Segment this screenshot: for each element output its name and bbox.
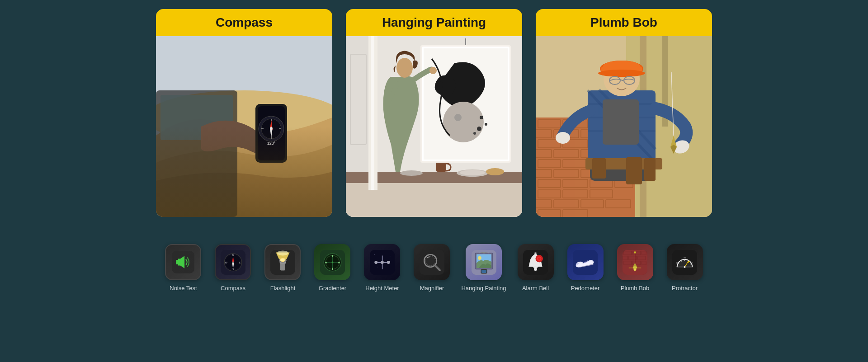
svg-point-98 (556, 132, 570, 144)
svg-rect-192 (634, 251, 636, 253)
svg-text:0: 0 (692, 262, 693, 263)
compass-label: Compass (221, 285, 245, 291)
svg-point-143 (390, 256, 390, 256)
svg-rect-93 (592, 158, 606, 179)
svg-point-24 (486, 168, 504, 175)
alarm-bell-label: Alarm Bell (522, 285, 549, 291)
svg-point-144 (377, 267, 377, 267)
compass-card-image: 123° (156, 36, 332, 217)
svg-rect-92 (644, 158, 656, 181)
app-icon-item-pedometer[interactable]: Pedometer (565, 244, 606, 291)
svg-point-123 (277, 250, 288, 255)
svg-point-208 (684, 266, 685, 268)
svg-point-162 (477, 256, 481, 259)
svg-point-32 (480, 116, 483, 119)
svg-rect-91 (626, 157, 642, 184)
svg-point-35 (473, 132, 476, 135)
magnifier-icon (414, 244, 450, 280)
compass-icon: N S W E (215, 244, 251, 280)
magnifier-label: Magnifier (420, 285, 444, 291)
svg-point-31 (454, 114, 462, 121)
svg-point-33 (485, 123, 487, 126)
svg-point-140 (331, 261, 333, 263)
svg-text:90: 90 (684, 257, 686, 259)
app-icon-item-height-meter[interactable]: Height Meter (362, 244, 402, 291)
svg-text:W: W (325, 261, 327, 263)
svg-point-37 (429, 67, 437, 74)
svg-point-146 (381, 261, 384, 264)
protractor-label: Protractor (672, 285, 698, 291)
svg-point-169 (534, 268, 537, 271)
svg-point-23 (400, 170, 423, 176)
svg-rect-167 (481, 270, 486, 273)
pedometer-icon (567, 244, 604, 280)
app-icon-item-compass[interactable]: N S W E Compass (212, 244, 253, 291)
svg-rect-89 (603, 99, 639, 145)
svg-text:E: E (239, 261, 241, 263)
svg-text:N: N (332, 254, 334, 257)
svg-point-145 (374, 261, 377, 264)
flashlight-label: Flashlight (270, 285, 296, 291)
gradienter-label: Gradienter (319, 285, 346, 291)
flashlight-icon (264, 244, 301, 280)
alarm-bell-icon (518, 244, 554, 280)
plumb-bob-card[interactable]: Plumb Bob (536, 9, 712, 217)
svg-point-118 (232, 261, 234, 263)
app-icon-item-noise-test[interactable]: Noise Test (163, 244, 203, 291)
app-icon-item-gradienter[interactable]: N S W E Gradienter (312, 244, 353, 291)
svg-point-34 (477, 127, 481, 131)
svg-rect-26 (371, 36, 374, 190)
plumb-bob-card-title: Plumb Bob (536, 9, 712, 36)
plumb-bob-card-image (536, 36, 712, 217)
svg-point-142 (374, 254, 375, 254)
app-icon-item-flashlight[interactable]: Flashlight (262, 244, 303, 291)
app-icons-row: Noise Test N S W E (163, 235, 705, 305)
height-meter-label: Height Meter (365, 285, 399, 291)
svg-text:180: 180 (676, 262, 679, 263)
app-icon-item-alarm-bell[interactable]: Alarm Bell (515, 244, 556, 291)
svg-rect-163 (482, 252, 485, 253)
noise-test-icon (165, 244, 201, 280)
svg-rect-5 (258, 106, 285, 160)
svg-marker-13 (270, 127, 273, 138)
hanging-painting-card[interactable]: Hanging Painting (346, 9, 522, 217)
protractor-icon: 90 180 0 (667, 244, 703, 280)
svg-text:W: W (225, 261, 228, 263)
svg-point-154 (425, 256, 435, 266)
svg-point-147 (387, 261, 390, 264)
svg-point-173 (538, 257, 541, 260)
svg-point-125 (281, 259, 284, 261)
svg-point-103 (598, 70, 645, 77)
svg-rect-3 (160, 95, 233, 140)
featured-cards-row: Compass (45, 0, 823, 235)
hanging-painting-label: Hanging Painting (461, 285, 506, 291)
svg-text:123°: 123° (267, 141, 276, 146)
main-container: Compass (0, 0, 868, 305)
svg-point-36 (396, 58, 413, 78)
app-icon-item-plumb-bob[interactable]: Plumb Bob (615, 244, 656, 291)
svg-text:E: E (338, 261, 340, 263)
plumb-bob-icon (617, 244, 653, 280)
hanging-painting-card-image (346, 36, 522, 217)
hanging-painting-card-title: Hanging Painting (346, 9, 522, 36)
pedometer-label: Pedometer (571, 285, 600, 291)
compass-card[interactable]: Compass (156, 9, 332, 217)
hanging-painting-icon (466, 244, 502, 280)
height-meter-icon (364, 244, 400, 280)
svg-point-21 (460, 170, 485, 175)
compass-card-title: Compass (156, 9, 332, 36)
svg-rect-0 (156, 36, 332, 217)
gradienter-icon: N S W E (314, 244, 350, 280)
svg-text:S: S (332, 268, 333, 270)
plumb-bob-label: Plumb Bob (621, 285, 650, 291)
svg-point-30 (443, 102, 484, 142)
svg-rect-108 (176, 260, 181, 264)
app-icon-item-protractor[interactable]: 90 180 0 Protractor (665, 244, 705, 291)
app-icon-item-hanging-painting[interactable]: Hanging Painting (461, 244, 506, 291)
svg-rect-170 (534, 252, 536, 254)
noise-test-label: Noise Test (170, 285, 197, 291)
app-icon-item-magnifier[interactable]: Magnifier (411, 244, 452, 291)
